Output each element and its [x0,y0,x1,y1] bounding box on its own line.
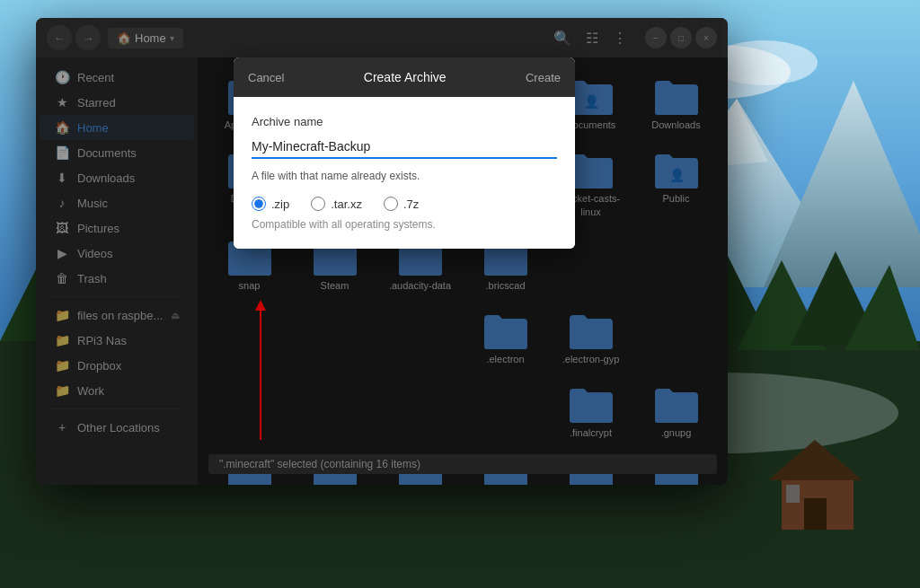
dialog-title: Create Archive [298,70,511,84]
svg-rect-28 [786,485,800,503]
create-archive-dialog: Cancel Create Archive Create Archive nam… [234,57,575,249]
archive-name-label: Archive name [252,115,557,128]
cancel-button[interactable]: Cancel [234,57,298,97]
format-tar-radio[interactable] [311,197,325,211]
format-7z-label: .7z [403,197,419,211]
format-zip-label: .zip [271,197,289,211]
format-tar-label: .tar.xz [331,197,362,211]
format-options: .zip .tar.xz .7z [252,197,557,211]
format-hint: Compatible with all operating systems. [252,218,557,231]
dialog-overlay: Cancel Create Archive Create Archive nam… [36,18,728,485]
dialog-warning: A file with that name already exists. [252,170,557,182]
file-manager-window: ← → 🏠 Home ▾ 🔍 ☷ ⋮ − □ × 🕐 Recent [36,18,728,485]
format-7z-option[interactable]: .7z [384,197,419,211]
archive-name-input[interactable] [252,136,557,159]
format-tar-option[interactable]: .tar.xz [311,197,362,211]
format-7z-radio[interactable] [384,197,398,211]
create-button[interactable]: Create [511,57,575,97]
svg-rect-27 [804,498,827,530]
dialog-body: Archive name A file with that name alrea… [234,97,575,249]
format-zip-option[interactable]: .zip [252,197,289,211]
format-zip-radio[interactable] [252,197,266,211]
dialog-titlebar: Cancel Create Archive Create [234,57,575,97]
